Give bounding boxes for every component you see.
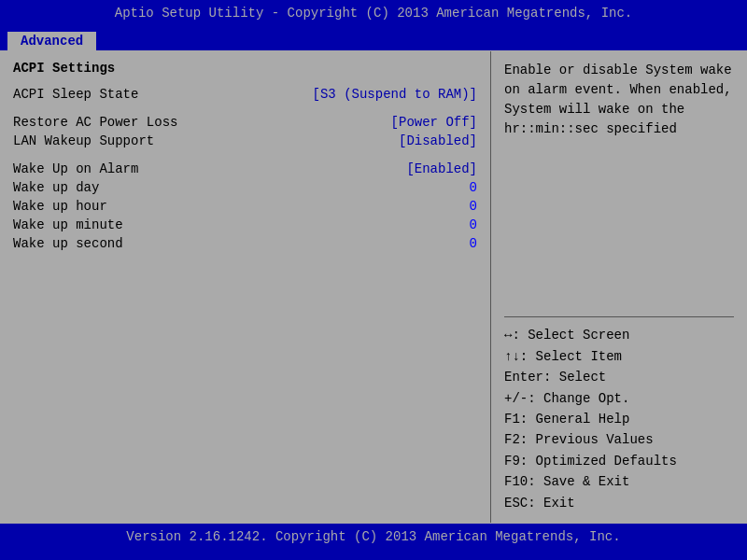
wake-second-value[interactable]: 0 bbox=[470, 236, 477, 251]
setting-row-wake-hour: Wake up hour 0 bbox=[13, 199, 477, 214]
lan-wakeup-value[interactable]: [Disabled] bbox=[399, 133, 477, 148]
setting-row-lan-wakeup: LAN Wakeup Support [Disabled] bbox=[13, 133, 477, 148]
setting-row-ac-power: Restore AC Power Loss [Power Off] bbox=[13, 115, 477, 130]
section-title: ACPI Settings bbox=[13, 61, 477, 76]
wake-minute-value[interactable]: 0 bbox=[470, 217, 477, 232]
title-text: Aptio Setup Utility - Copyright (C) 2013… bbox=[115, 6, 633, 21]
wake-minute-label: Wake up minute bbox=[13, 217, 123, 232]
tab-advanced[interactable]: Advanced bbox=[7, 32, 96, 50]
wake-alarm-label: Wake Up on Alarm bbox=[13, 161, 138, 176]
right-panel: Enable or disable System wake on alarm e… bbox=[491, 51, 747, 523]
wake-second-label: Wake up second bbox=[13, 236, 123, 251]
setting-row-sleep-state: ACPI Sleep State [S3 (Suspend to RAM)] bbox=[13, 87, 477, 102]
setting-row-wake-second: Wake up second 0 bbox=[13, 236, 477, 251]
key-f1-help: F1: General Help bbox=[504, 409, 734, 429]
wake-day-label: Wake up day bbox=[13, 180, 99, 195]
wake-day-value[interactable]: 0 bbox=[470, 180, 477, 195]
divider bbox=[504, 316, 734, 317]
key-f2-previous: F2: Previous Values bbox=[504, 429, 734, 450]
key-select-screen: ↔: Select Screen bbox=[504, 325, 734, 345]
key-esc-exit: ESC: Exit bbox=[504, 493, 734, 513]
key-f10-save: F10: Save & Exit bbox=[504, 471, 734, 492]
key-select-item: ↑↓: Select Item bbox=[504, 346, 734, 367]
ac-power-label: Restore AC Power Loss bbox=[13, 115, 177, 130]
key-help: ↔: Select Screen ↑↓: Select Item Enter: … bbox=[504, 325, 734, 513]
setting-row-wake-minute: Wake up minute 0 bbox=[13, 217, 477, 232]
wake-alarm-value[interactable]: [Enabled] bbox=[406, 161, 477, 176]
left-panel: ACPI Settings ACPI Sleep State [S3 (Susp… bbox=[0, 51, 491, 523]
footer: Version 2.16.1242. Copyright (C) 2013 Am… bbox=[0, 523, 747, 549]
spacer-1 bbox=[13, 105, 477, 115]
sleep-state-value[interactable]: [S3 (Suspend to RAM)] bbox=[313, 87, 477, 102]
key-f9-defaults: F9: Optimized Defaults bbox=[504, 451, 734, 471]
title-bar: Aptio Setup Utility - Copyright (C) 2013… bbox=[0, 0, 747, 26]
help-text: Enable or disable System wake on alarm e… bbox=[504, 61, 734, 309]
main-content: ACPI Settings ACPI Sleep State [S3 (Susp… bbox=[0, 50, 747, 523]
wake-hour-label: Wake up hour bbox=[13, 199, 107, 214]
setting-row-wake-day: Wake up day 0 bbox=[13, 180, 477, 195]
key-change-opt: +/-: Change Opt. bbox=[504, 388, 734, 409]
footer-text: Version 2.16.1242. Copyright (C) 2013 Am… bbox=[126, 529, 620, 544]
sleep-state-label: ACPI Sleep State bbox=[13, 87, 138, 102]
tab-bar: Advanced bbox=[0, 26, 747, 50]
ac-power-value[interactable]: [Power Off] bbox=[391, 115, 477, 130]
key-enter-select: Enter: Select bbox=[504, 367, 734, 387]
spacer-2 bbox=[13, 152, 477, 161]
wake-hour-value[interactable]: 0 bbox=[470, 199, 477, 214]
setting-row-wake-alarm: Wake Up on Alarm [Enabled] bbox=[13, 161, 477, 176]
lan-wakeup-label: LAN Wakeup Support bbox=[13, 133, 154, 148]
